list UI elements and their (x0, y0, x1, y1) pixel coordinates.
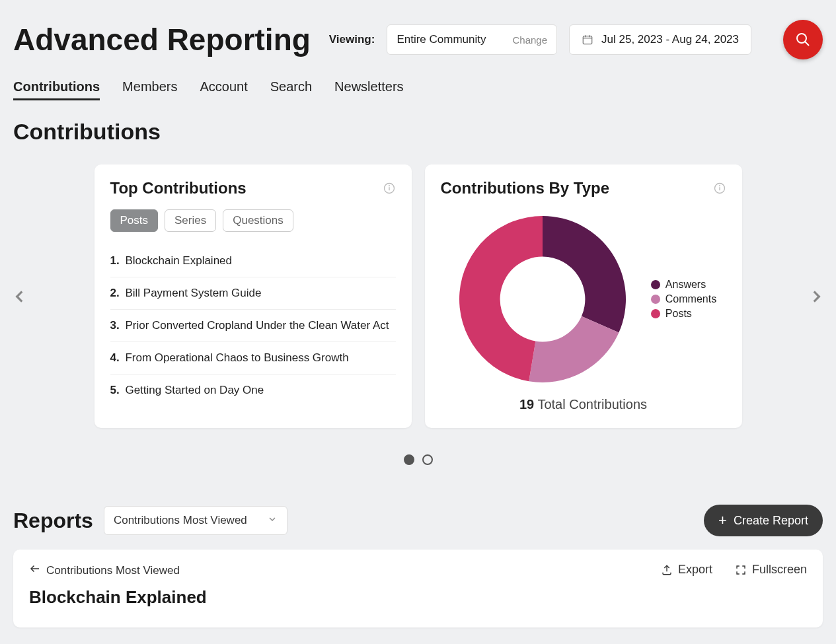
date-range-picker[interactable]: Jul 25, 2023 - Aug 24, 2023 (569, 24, 751, 55)
fullscreen-label: Fullscreen (752, 563, 807, 577)
list-item-label: From Operational Chaos to Business Growt… (122, 351, 349, 364)
top-contributions-card: Top Contributions PostsSeriesQuestions 1… (95, 164, 412, 428)
legend-swatch (651, 280, 660, 289)
filter-questions[interactable]: Questions (223, 209, 293, 232)
reports-heading: Reports (13, 509, 93, 533)
legend-label: Comments (665, 293, 716, 305)
carousel-dots (0, 454, 836, 465)
carousel-dot[interactable] (422, 454, 433, 465)
svg-point-8 (389, 186, 389, 186)
plus-icon: + (718, 512, 727, 529)
list-item-number: 2. (110, 287, 120, 299)
carousel-prev[interactable] (7, 277, 33, 316)
chevron-right-icon (808, 288, 825, 305)
section-title: Contributions (0, 100, 836, 145)
export-button[interactable]: Export (661, 563, 712, 577)
fullscreen-button[interactable]: Fullscreen (735, 563, 807, 577)
reports-select-value: Contributions Most Viewed (114, 514, 247, 527)
tab-account[interactable]: Account (200, 79, 247, 100)
carousel-dot[interactable] (404, 454, 414, 465)
filter-posts[interactable]: Posts (110, 209, 159, 232)
date-range-text: Jul 25, 2023 - Aug 24, 2023 (601, 33, 739, 46)
reports-select[interactable]: Contributions Most Viewed (104, 506, 287, 535)
fullscreen-icon (735, 564, 747, 576)
report-back[interactable]: Contributions Most Viewed (29, 563, 180, 578)
report-panel: Contributions Most Viewed Export Fullscr… (13, 550, 823, 627)
svg-point-11 (719, 186, 720, 186)
svg-line-5 (805, 42, 809, 46)
chevron-left-icon (11, 288, 28, 305)
donut-slice-posts (459, 216, 543, 381)
list-item[interactable]: 2. Bill Payment System Guide (110, 277, 396, 310)
list-item-number: 3. (110, 319, 120, 332)
list-item-label: Blockchain Explained (122, 254, 232, 267)
viewing-label: Viewing: (329, 33, 375, 46)
search-button[interactable] (783, 20, 823, 59)
list-item-number: 4. (110, 351, 120, 364)
list-item-label: Prior Converted Cropland Under the Clean… (122, 319, 389, 332)
svg-rect-0 (583, 36, 592, 44)
legend-swatch (651, 295, 660, 304)
report-subject: Blockchain Explained (29, 587, 807, 608)
report-breadcrumb: Contributions Most Viewed (46, 564, 180, 577)
carousel-next[interactable] (803, 277, 829, 316)
scope-change-link[interactable]: Change (513, 34, 548, 46)
list-item-number: 1. (110, 254, 120, 267)
total-contributions: 19 Total Contributions (441, 397, 726, 412)
info-icon[interactable] (383, 182, 396, 195)
donut-slice-answers (543, 216, 626, 333)
filter-series[interactable]: Series (165, 209, 216, 232)
tab-members[interactable]: Members (122, 79, 177, 100)
calendar-icon (582, 34, 593, 46)
legend-label: Answers (665, 279, 706, 291)
legend-item: Posts (651, 308, 716, 320)
create-report-button[interactable]: + Create Report (704, 505, 823, 536)
contributions-by-type-card: Contributions By Type AnswersCommentsPos… (425, 164, 742, 428)
tab-newsletters[interactable]: Newsletters (334, 79, 403, 100)
list-item[interactable]: 3. Prior Converted Cropland Under the Cl… (110, 310, 396, 342)
legend-swatch (651, 309, 660, 318)
list-item-number: 5. (110, 384, 120, 396)
export-icon (661, 564, 673, 576)
list-item[interactable]: 1. Blockchain Explained (110, 245, 396, 277)
export-label: Export (678, 563, 712, 577)
by-type-title: Contributions By Type (441, 179, 610, 197)
arrow-left-icon (29, 563, 41, 578)
tab-search[interactable]: Search (270, 79, 312, 100)
chart-legend: AnswersCommentsPosts (651, 276, 716, 322)
top-contributions-title: Top Contributions (110, 179, 247, 197)
list-item[interactable]: 5. Getting Started on Day One (110, 375, 396, 406)
list-item[interactable]: 4. From Operational Chaos to Business Gr… (110, 342, 396, 375)
chevron-down-icon (267, 514, 278, 528)
page-title: Advanced Reporting (13, 22, 311, 57)
info-icon[interactable] (713, 182, 726, 195)
tab-contributions[interactable]: Contributions (13, 79, 100, 100)
list-item-label: Getting Started on Day One (122, 384, 264, 396)
legend-label: Posts (665, 308, 692, 320)
donut-chart (450, 207, 635, 392)
create-report-label: Create Report (734, 514, 808, 528)
svg-point-4 (797, 34, 806, 43)
search-icon (795, 32, 811, 48)
main-tabs: ContributionsMembersAccountSearchNewslet… (0, 59, 836, 100)
scope-value: Entire Community (397, 33, 486, 46)
scope-selector[interactable]: Entire Community Change (387, 24, 557, 55)
legend-item: Answers (651, 279, 716, 291)
list-item-label: Bill Payment System Guide (122, 287, 262, 299)
legend-item: Comments (651, 293, 716, 305)
